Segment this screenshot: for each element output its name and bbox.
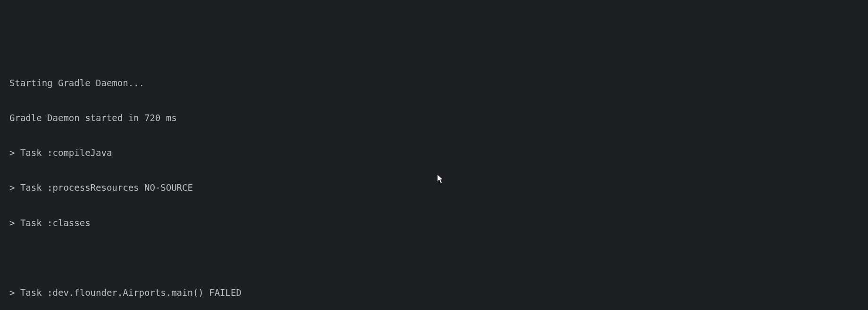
output-line: Gradle Daemon started in 720 ms xyxy=(9,109,868,127)
output-line: Starting Gradle Daemon... xyxy=(9,74,868,92)
blank-line xyxy=(9,249,868,267)
output-line: > Task :dev.flounder.Airports.main() FAI… xyxy=(9,284,868,302)
output-line: > Task :processResources NO-SOURCE xyxy=(9,179,868,196)
output-line: > Task :classes xyxy=(9,214,868,232)
output-line: > Task :compileJava xyxy=(9,144,868,162)
